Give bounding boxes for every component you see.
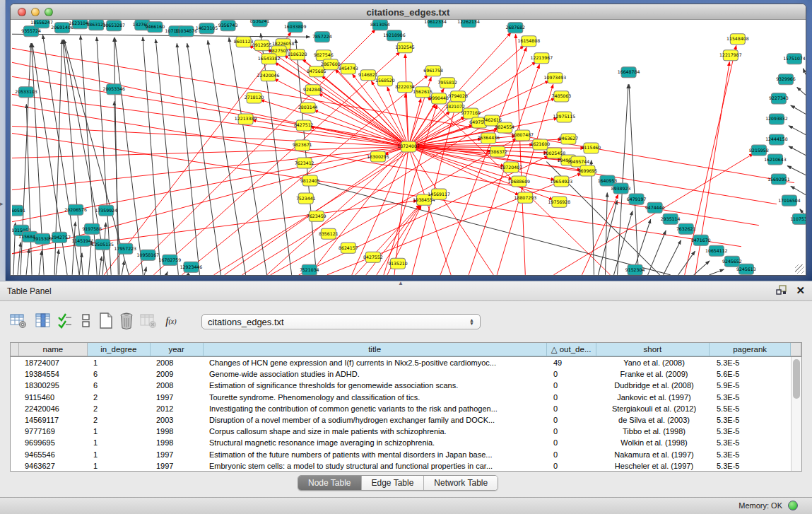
graph-node[interactable]: 12213967: [531, 53, 553, 64]
graph-node[interactable]: 6961758: [423, 66, 443, 76]
table-cell[interactable]: 0: [548, 403, 597, 414]
table-cell[interactable]: Structural magnetic resonance image aver…: [204, 437, 548, 448]
graph-node[interactable]: 9823671: [293, 140, 312, 151]
select-all-check-icon[interactable]: [55, 311, 75, 331]
graph-node[interactable]: 9463627: [559, 134, 579, 144]
table-cell[interactable]: 18300295: [19, 380, 88, 391]
graph-node[interactable]: 7857224: [312, 32, 332, 42]
graph-node[interactable]: 8427512: [294, 120, 314, 131]
table-row[interactable]: 2242004622012Investigating the contribut…: [11, 403, 801, 414]
scrollbar-thumb[interactable]: [793, 359, 800, 399]
table-cell[interactable]: Tibbo et al. (1998): [597, 426, 711, 437]
table-column-select-icon[interactable]: [33, 311, 53, 331]
table-cell[interactable]: 1: [88, 426, 151, 437]
graph-node[interactable]: 12093832: [765, 114, 788, 124]
table-cell[interactable]: 22420046: [19, 403, 88, 414]
graph-node[interactable]: 2687682: [505, 23, 525, 33]
graph-node[interactable]: 9227343: [769, 93, 789, 104]
function-builder-icon[interactable]: f(x): [161, 311, 181, 331]
graph-node[interactable]: 16210643: [764, 154, 787, 165]
graph-node[interactable]: 7485063: [552, 91, 572, 102]
graph-node[interactable]: 15751074: [783, 54, 806, 64]
column-header-short[interactable]: short: [596, 343, 710, 356]
table-cell[interactable]: Genome-wide association studies in ADHD.: [204, 368, 548, 380]
table-cell[interactable]: 5.3E-5: [711, 392, 792, 403]
splitter-grip[interactable]: ▲: [398, 280, 404, 286]
graph-node[interactable]: 16782759: [159, 255, 182, 265]
graph-node[interactable]: 16154808: [518, 36, 541, 47]
table-cell[interactable]: 2008: [151, 380, 204, 391]
table-cell[interactable]: 2003: [151, 414, 204, 426]
table-cell[interactable]: 2: [88, 414, 151, 426]
graph-node[interactable]: 1332545: [395, 42, 415, 53]
table-cell[interactable]: 0: [548, 449, 597, 460]
graph-node[interactable]: 2935114: [661, 214, 681, 224]
graph-node[interactable]: 19218986: [383, 30, 406, 41]
column-header-out_de[interactable]: △ out_de...: [547, 343, 596, 356]
table-cell[interactable]: Changes of HCN gene expression and I(f) …: [204, 357, 548, 368]
graph-node[interactable]: 9242848: [303, 85, 323, 95]
graph-node[interactable]: 9812405: [300, 175, 320, 186]
table-cell[interactable]: 9115460: [19, 392, 88, 403]
graph-node[interactable]: 12213389: [235, 114, 257, 124]
graph-node[interactable]: 1568520: [375, 76, 395, 86]
tab-edge-table[interactable]: Edge Table: [362, 476, 425, 490]
table-row[interactable]: 946362711997Embryonic stem cells: a mode…: [11, 460, 801, 472]
table-cell[interactable]: de Silva et al. (2003): [597, 414, 711, 426]
graph-node[interactable]: 19654923: [551, 176, 573, 187]
graph-node[interactable]: 14623105: [196, 23, 218, 34]
graph-node[interactable]: 9152304: [625, 264, 645, 275]
new-table-icon[interactable]: [96, 311, 116, 331]
table-cell[interactable]: 0: [548, 437, 597, 448]
graph-node[interactable]: 12444158: [765, 134, 788, 145]
tab-network-table[interactable]: Network Table: [424, 476, 498, 490]
table-cell[interactable]: 1: [88, 357, 151, 368]
table-cell[interactable]: Jankovic et al. (1997): [597, 392, 711, 403]
table-cell[interactable]: 5.3E-5: [711, 357, 792, 368]
table-cell[interactable]: 1: [88, 449, 151, 460]
table-cell[interactable]: 0: [548, 392, 597, 403]
network-canvas[interactable]: 1872400786011238912955182260589827503165…: [12, 20, 806, 275]
graph-node[interactable]: 8427552: [363, 252, 383, 262]
table-cell[interactable]: 1997: [151, 460, 204, 472]
table-cell[interactable]: Hescheler et al. (1997): [597, 460, 711, 472]
table-cell[interactable]: Tourette syndrome. Phenomenology and cla…: [204, 392, 548, 403]
graph-node[interactable]: 8938923: [611, 183, 631, 194]
graph-node[interactable]: 9115460: [582, 143, 601, 153]
table-cell[interactable]: 0: [548, 460, 597, 472]
graph-node[interactable]: 9824554: [495, 122, 514, 133]
graph-node[interactable]: 12217987: [719, 50, 742, 61]
table-cell[interactable]: Franke et al. (2009): [597, 368, 711, 380]
table-cell[interactable]: 1997: [151, 449, 204, 460]
graph-node[interactable]: 8601123: [234, 37, 254, 47]
graph-node[interactable]: 9794028: [448, 91, 468, 102]
graph-node[interactable]: 8356121: [319, 228, 339, 239]
graph-node[interactable]: 7521034: [300, 264, 319, 275]
table-cell[interactable]: Dudbridge et al. (2008): [597, 380, 711, 391]
table-cell[interactable]: 6: [88, 380, 151, 391]
table-cell[interactable]: Disruption of a novel member of a sodium…: [204, 414, 548, 426]
table-cell[interactable]: 2: [88, 403, 151, 414]
table-cell[interactable]: Corpus callosum shape and size in male p…: [204, 426, 548, 437]
table-cell[interactable]: 2012: [151, 403, 204, 414]
graph-node[interactable]: 19756928: [548, 197, 571, 207]
graph-node[interactable]: 10612334: [424, 20, 447, 28]
table-cell[interactable]: Investigating the contribution of common…: [204, 403, 548, 414]
graph-node[interactable]: 6479197: [627, 194, 647, 204]
graph-node[interactable]: 26364436: [477, 133, 500, 144]
graph-node[interactable]: 9135210: [388, 258, 408, 269]
graph-node[interactable]: 9329966: [776, 74, 796, 85]
table-cell[interactable]: 14569117: [19, 414, 88, 426]
graph-node[interactable]: 8186328: [288, 49, 307, 60]
graph-node[interactable]: 12262134: [457, 20, 480, 28]
table-settings-icon[interactable]: [8, 311, 28, 331]
graph-node[interactable]: 2803144: [298, 103, 318, 113]
graph-node[interactable]: 9699695: [578, 165, 598, 176]
graph-node[interactable]: 8215958: [749, 145, 769, 156]
table-cell[interactable]: 1: [88, 460, 151, 472]
table-cell[interactable]: Embryonic stem cells: a model to study s…: [204, 460, 548, 472]
table-cell[interactable]: Nakamura et al. (1997): [597, 449, 711, 460]
float-panel-icon[interactable]: [776, 285, 787, 296]
table-cell[interactable]: Wolkin et al. (1998): [597, 437, 711, 448]
graph-node[interactable]: 16648784: [618, 67, 640, 78]
